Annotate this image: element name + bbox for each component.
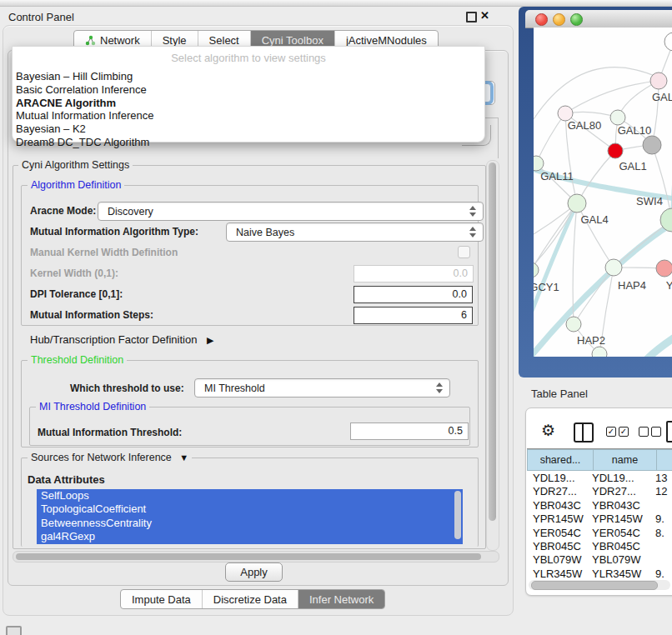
select-all-checkbox-icon[interactable]: ✓	[619, 427, 629, 437]
sources-group-title[interactable]: Sources for Network Inference ▼	[28, 452, 192, 463]
apply-button[interactable]: Apply	[225, 562, 283, 582]
table-cell[interactable]	[655, 553, 672, 567]
data-attributes-list[interactable]: SelfLoops TopologicalCoefficient Between…	[37, 489, 463, 544]
network-node-gal1[interactable]	[608, 143, 623, 158]
aracne-mode-combobox[interactable]: Discovery	[98, 202, 484, 221]
list-item[interactable]: TopologicalCoefficient	[37, 502, 463, 516]
list-scrollbar[interactable]	[454, 491, 461, 539]
close-icon[interactable]: ✕	[480, 9, 489, 22]
deselect-all-checkbox-icon[interactable]	[651, 427, 661, 437]
table-cell[interactable]: 12	[655, 485, 672, 498]
column-header-name[interactable]: name	[594, 449, 657, 471]
network-node[interactable]	[664, 32, 672, 51]
column-header-partial[interactable]	[657, 449, 672, 471]
network-edge[interactable]	[574, 268, 614, 324]
network-node-hap4[interactable]	[605, 259, 622, 276]
network-node-gal11[interactable]	[534, 156, 544, 171]
select-all-checkbox-icon[interactable]: ✓	[606, 427, 616, 437]
table-cell[interactable]: YBR045C	[592, 540, 655, 553]
table-row[interactable]: YBL079WYBL079W	[527, 553, 672, 567]
network-node-y[interactable]	[656, 260, 672, 277]
mi-steps-field[interactable]: 6	[354, 307, 473, 324]
table-row[interactable]: YBR045CYBR045C	[527, 540, 672, 553]
network-node[interactable]	[592, 347, 607, 357]
table-row[interactable]: YPR145WYPR145W9.	[527, 512, 672, 526]
table-cell[interactable]: YLR345W	[592, 568, 655, 578]
dpi-tolerance-field[interactable]: 0.0	[354, 286, 473, 303]
table-cell[interactable]: YBL079W	[527, 553, 592, 567]
scrollbar-thumb[interactable]	[489, 162, 496, 521]
table-cell[interactable]: YER054C	[527, 527, 592, 540]
table-body[interactable]: YDL19...YDL19...13YDR27...YDR27...12YBR0…	[527, 472, 672, 578]
scrollbar-thumb[interactable]	[531, 581, 658, 590]
table-cell[interactable]: YLR345W	[527, 568, 592, 578]
table-cell[interactable]: YER054C	[592, 527, 655, 540]
network-node-gal[interactable]	[650, 72, 667, 89]
list-item[interactable]: gal4RGexp	[37, 530, 463, 543]
network-edge[interactable]	[536, 113, 565, 163]
table-cell[interactable]: YBR045C	[527, 540, 592, 553]
tab-impute-data[interactable]: Impute Data	[121, 590, 202, 608]
network-edge-highlighted[interactable]	[647, 336, 672, 357]
hub-definition-section[interactable]: Hub/Transcription Factor Definition ▶	[30, 333, 213, 346]
network-graph[interactable]: GALGAL80GAL10GAL1GAL11GAL4SWI4HAP4YGCY1H…	[534, 28, 672, 357]
table-cell[interactable]: YBR043C	[527, 499, 592, 512]
expand-arrow-icon[interactable]: ▶	[207, 335, 213, 345]
network-node[interactable]	[643, 136, 661, 154]
table-row[interactable]: YER054CYER054C8.	[527, 527, 672, 540]
menu-item[interactable]: Basic Correlation Inference	[13, 83, 484, 97]
table-cell[interactable]: YDR27...	[527, 485, 592, 498]
gear-icon[interactable]: ⚙	[541, 421, 555, 440]
table-cell[interactable]: YDL19...	[592, 472, 655, 485]
table-cell[interactable]: YPR145W	[592, 512, 655, 526]
table-row[interactable]: YDR27...YDR27...12	[527, 485, 672, 498]
network-window-titlebar[interactable]	[525, 10, 672, 28]
menu-item-highlighted[interactable]: ARACNE Algorithm	[13, 97, 484, 110]
import-table-icon[interactable]	[666, 421, 672, 442]
table-cell[interactable]: YDR27...	[592, 485, 655, 498]
settings-vertical-scrollbar[interactable]	[486, 160, 499, 551]
kernel-width-field[interactable]: 0.0	[354, 265, 474, 282]
column-header-shared-name[interactable]: shared...	[527, 449, 594, 471]
table-row[interactable]: YLR345WYLR345W9.	[527, 568, 672, 578]
tab-infer-network[interactable]: Infer Network	[298, 590, 384, 608]
table-cell[interactable]: YBL079W	[592, 553, 655, 567]
network-edge[interactable]	[577, 151, 615, 203]
table-row[interactable]: YBR043CYBR043C	[527, 499, 672, 512]
menu-item[interactable]: Mutual Information Inference	[13, 109, 484, 122]
table-cell[interactable]: YBR043C	[592, 499, 655, 512]
network-node-gal10[interactable]	[610, 110, 625, 125]
menu-item[interactable]: Bayesian – Hill Climbing	[13, 70, 484, 83]
table-row[interactable]: YDL19...YDL19...13	[527, 472, 672, 485]
table-cell[interactable]: YDL19...	[527, 472, 592, 485]
tab-discretize-data[interactable]: Discretize Data	[202, 590, 298, 608]
table-cell[interactable]: 9.	[655, 512, 672, 526]
list-item[interactable]: SelfLoops	[37, 489, 463, 502]
settings-horizontal-scrollbar[interactable]	[13, 551, 499, 562]
which-threshold-combobox[interactable]: MI Threshold	[194, 378, 450, 398]
network-node-gcy1[interactable]	[534, 262, 539, 278]
mi-algorithm-type-combobox[interactable]: Naive Bayes	[226, 222, 484, 242]
float-window-icon[interactable]	[466, 12, 477, 22]
zoom-traffic-light-icon[interactable]	[570, 13, 583, 26]
collapse-arrow-icon[interactable]: ▼	[179, 452, 188, 462]
mi-threshold-field[interactable]: 0.5	[350, 422, 469, 440]
table-cell[interactable]: 9.	[655, 568, 672, 578]
network-node-hap2[interactable]	[566, 317, 581, 332]
collapsed-panel-icon[interactable]	[6, 626, 22, 635]
menu-item[interactable]: Bayesian – K2	[13, 122, 484, 136]
table-cell[interactable]: 8.	[655, 527, 672, 540]
table-cell[interactable]: 13	[655, 472, 672, 485]
columns-icon[interactable]	[574, 422, 594, 442]
list-item[interactable]: BetweennessCentrality	[37, 517, 463, 530]
network-edge[interactable]	[534, 68, 659, 119]
table-horizontal-scrollbar[interactable]	[529, 580, 670, 590]
minimize-traffic-light-icon[interactable]	[553, 13, 565, 26]
table-cell[interactable]	[655, 499, 672, 512]
menu-item[interactable]: Dream8 DC_TDC Algorithm	[13, 136, 484, 149]
table-cell[interactable]	[655, 540, 672, 553]
network-edge[interactable]	[565, 81, 659, 113]
close-traffic-light-icon[interactable]	[535, 13, 548, 26]
deselect-all-checkbox-icon[interactable]	[639, 427, 649, 437]
network-node-gal4[interactable]	[568, 194, 586, 212]
